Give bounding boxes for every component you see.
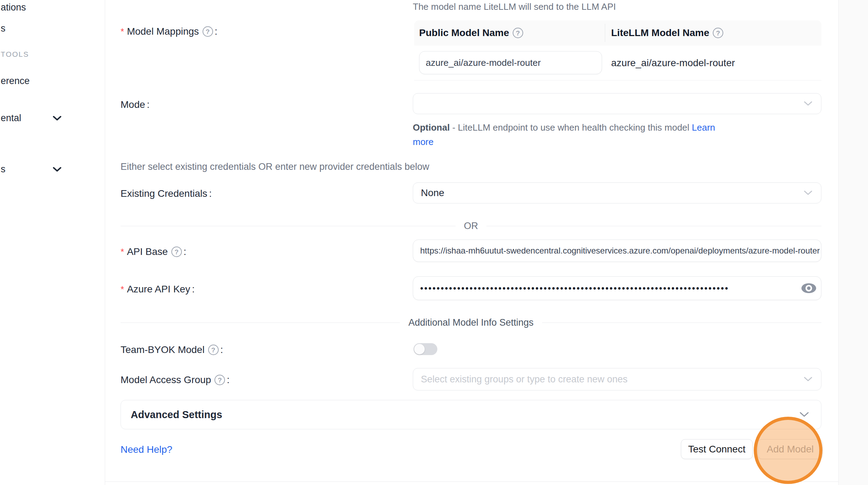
additional-settings-divider: Additional Model Info Settings: [121, 318, 821, 327]
chevron-down-icon: [804, 376, 813, 382]
existing-credentials-value: None: [413, 187, 444, 199]
model-access-group-select[interactable]: Select existing groups or type to create…: [413, 368, 821, 390]
mode-help-bold: Optional: [413, 122, 450, 133]
colon: :: [215, 26, 218, 37]
divider-line: [121, 323, 400, 323]
model-mappings-table: Public Model Name ? LiteLLM Model Name ?…: [414, 20, 821, 81]
azure-api-key-input[interactable]: ••••••••••••••••••••••••••••••••••••••••…: [413, 276, 821, 300]
litellm-model-name-hint: The model name LiteLLM will send to the …: [413, 1, 616, 12]
chevron-down-icon[interactable]: [53, 167, 62, 172]
mode-help-body: - LiteLLM endpoint to use when health ch…: [450, 122, 692, 133]
public-model-name-header: Public Model Name ?: [414, 27, 605, 39]
existing-credentials-label: Existing Credentials :: [121, 188, 212, 199]
eye-icon: [801, 282, 817, 295]
mode-help-text: Optional - LiteLLM endpoint to use when …: [413, 120, 730, 149]
table-row: azure_ai/azure-model-router: [414, 46, 821, 81]
card-bottom-border: [105, 481, 838, 482]
chevron-down-icon: [804, 190, 813, 196]
chevron-down-icon: [799, 412, 809, 418]
help-icon[interactable]: ?: [713, 28, 723, 38]
model-mappings-label: * Model Mappings ? :: [121, 26, 217, 37]
model-access-group-label: Model Access Group ? :: [121, 374, 230, 386]
model-access-group-placeholder: Select existing groups or type to create…: [413, 374, 628, 385]
sidebar-divider: [105, 0, 105, 485]
masked-api-key: ••••••••••••••••••••••••••••••••••••••••…: [413, 283, 785, 293]
litellm-model-name-value: azure_ai/azure-model-router: [611, 46, 735, 81]
azure-api-key-label-text: Azure API Key: [127, 284, 190, 295]
toggle-visibility-button[interactable]: [801, 281, 817, 296]
azure-api-key-label: * Azure API Key :: [121, 284, 194, 295]
help-icon[interactable]: ?: [171, 247, 182, 257]
colon: :: [227, 374, 230, 386]
mode-label: Mode :: [121, 99, 150, 110]
test-connect-button[interactable]: Test Connect: [681, 439, 753, 459]
sidebar-item-inference[interactable]: erence: [1, 76, 30, 86]
divider-line: [121, 226, 456, 226]
colon: :: [220, 344, 223, 355]
api-base-input[interactable]: https://ishaa-mh6uutut-swedencentral.cog…: [413, 240, 821, 262]
litellm-model-name-header-text: LiteLLM Model Name: [611, 27, 709, 39]
model-access-group-label-text: Model Access Group: [121, 374, 211, 386]
chevron-down-icon: [804, 101, 813, 106]
colon: :: [147, 99, 150, 110]
mode-select[interactable]: [413, 93, 821, 114]
divider-line: [486, 226, 821, 226]
sidebar-item-clipped-2[interactable]: s: [1, 164, 6, 175]
existing-credentials-label-text: Existing Credentials: [121, 188, 207, 199]
need-help-link[interactable]: Need Help?: [121, 444, 172, 455]
divider-line: [542, 323, 821, 323]
sidebar-item-organizations[interactable]: ations: [1, 2, 26, 13]
advanced-settings-panel[interactable]: Advanced Settings: [121, 400, 821, 429]
add-model-button[interactable]: Add Model: [758, 439, 823, 459]
add-model-form-page: ations s TOOLS erence ental s The model …: [0, 0, 868, 485]
sidebar-section-tools: TOOLS: [1, 50, 29, 58]
model-mappings-label-text: Model Mappings: [127, 26, 199, 37]
team-byok-label: Team-BYOK Model ? :: [121, 344, 223, 355]
required-asterisk: *: [121, 284, 124, 295]
api-base-label: * API Base ? :: [121, 246, 186, 257]
credentials-note: Either select existing credentials OR en…: [121, 161, 429, 172]
or-divider: OR: [121, 221, 821, 231]
litellm-model-name-header: LiteLLM Model Name ?: [605, 27, 723, 39]
help-icon[interactable]: ?: [208, 345, 219, 355]
required-asterisk: *: [121, 26, 124, 37]
chevron-down-icon[interactable]: [53, 116, 62, 121]
team-byok-toggle[interactable]: [414, 343, 437, 355]
public-model-name-input[interactable]: [419, 51, 602, 74]
additional-settings-divider-text: Additional Model Info Settings: [400, 317, 542, 328]
sidebar-item-clipped-1[interactable]: s: [1, 23, 6, 34]
help-icon[interactable]: ?: [203, 26, 213, 37]
model-mappings-table-header: Public Model Name ? LiteLLM Model Name ?: [414, 20, 821, 46]
public-model-name-header-text: Public Model Name: [419, 27, 509, 39]
or-divider-text: OR: [456, 221, 487, 231]
toggle-knob: [414, 344, 425, 354]
sidebar-item-experimental[interactable]: ental: [1, 113, 21, 124]
page-right-strip: [838, 0, 868, 485]
colon: :: [184, 246, 186, 257]
required-asterisk: *: [121, 247, 124, 257]
mode-label-text: Mode: [121, 99, 145, 110]
column-divider: [605, 24, 605, 42]
api-base-label-text: API Base: [127, 246, 168, 257]
colon: :: [209, 188, 212, 199]
existing-credentials-select[interactable]: None: [413, 182, 821, 203]
colon: :: [192, 284, 195, 295]
help-icon[interactable]: ?: [214, 375, 225, 385]
help-icon[interactable]: ?: [513, 28, 523, 38]
team-byok-label-text: Team-BYOK Model: [121, 344, 205, 355]
advanced-settings-title: Advanced Settings: [121, 409, 222, 421]
